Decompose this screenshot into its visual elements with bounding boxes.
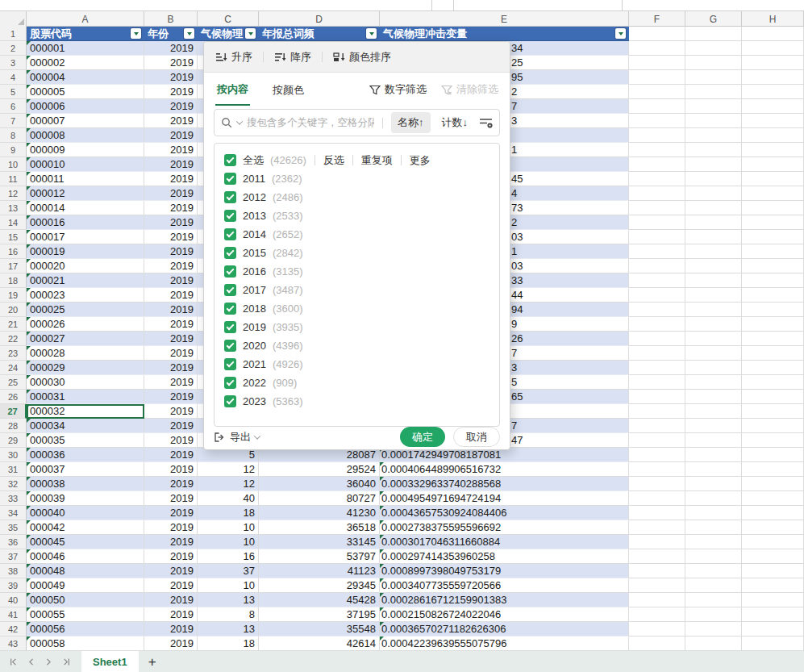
cell[interactable]: 000038 xyxy=(27,477,144,491)
cell[interactable]: 2019 xyxy=(144,259,198,273)
filter-dropdown-button-c[interactable] xyxy=(245,28,256,39)
row-header-21[interactable]: 21 xyxy=(0,317,27,332)
column-header-b[interactable]: B xyxy=(144,11,198,27)
row-header-8[interactable]: 8 xyxy=(0,128,27,143)
cell[interactable] xyxy=(629,404,685,419)
cell[interactable] xyxy=(685,477,742,491)
sort-ascending-button[interactable]: 升序 xyxy=(215,50,252,65)
item-checkbox[interactable] xyxy=(224,303,236,315)
cell[interactable] xyxy=(629,128,685,143)
cell[interactable]: 2019 xyxy=(144,346,198,361)
item-checkbox[interactable] xyxy=(224,265,236,278)
filter-list-item[interactable]: 2012(2486) xyxy=(224,188,489,207)
cell[interactable] xyxy=(629,303,685,317)
cell[interactable]: 000016 xyxy=(27,215,144,230)
cell[interactable]: 41123 xyxy=(259,564,380,578)
cell[interactable] xyxy=(685,564,742,578)
cell[interactable]: 000049 xyxy=(27,578,144,593)
item-checkbox[interactable] xyxy=(224,340,236,352)
cell[interactable]: 000042 xyxy=(27,520,144,535)
cell[interactable]: 000021 xyxy=(27,273,144,288)
cell[interactable]: 0.0003017046311660884 xyxy=(380,535,629,549)
sort-by-color-button[interactable]: 颜色排序 xyxy=(333,50,391,65)
row-header-5[interactable]: 5 xyxy=(0,85,27,99)
cell[interactable] xyxy=(685,390,742,404)
header-cell-e[interactable]: 气候物理冲击变量 xyxy=(380,27,629,41)
cell[interactable]: 0.000297414353960258 xyxy=(380,549,629,564)
cell[interactable] xyxy=(685,56,742,70)
cell[interactable]: 2019 xyxy=(144,622,198,637)
cell[interactable]: 000031 xyxy=(27,390,144,404)
row-header-10[interactable]: 10 xyxy=(0,157,27,172)
row-header-35[interactable]: 35 xyxy=(0,520,27,535)
cell[interactable] xyxy=(742,346,804,361)
cell[interactable] xyxy=(685,172,742,186)
cell[interactable] xyxy=(742,549,804,564)
cell[interactable] xyxy=(742,41,804,56)
cell[interactable]: 2019 xyxy=(144,128,198,143)
cell[interactable] xyxy=(742,27,804,41)
cell[interactable] xyxy=(685,375,742,390)
row-header-12[interactable]: 12 xyxy=(0,186,27,201)
row-header-22[interactable]: 22 xyxy=(0,332,27,346)
cell[interactable]: 000020 xyxy=(27,259,144,273)
cell[interactable]: 53797 xyxy=(259,549,380,564)
cell[interactable]: 000006 xyxy=(27,99,144,114)
cell[interactable] xyxy=(629,578,685,593)
cell[interactable]: 0.0002150826724022046 xyxy=(380,607,629,622)
cell[interactable] xyxy=(685,448,742,462)
filter-dropdown-button-a[interactable] xyxy=(131,28,141,39)
cell[interactable]: 35548 xyxy=(259,622,380,637)
cell[interactable] xyxy=(685,361,742,375)
cell[interactable] xyxy=(742,607,804,622)
cell[interactable] xyxy=(742,70,804,85)
item-checkbox[interactable] xyxy=(224,358,236,370)
add-sheet-button[interactable]: + xyxy=(148,655,156,669)
cell[interactable]: 0.00043657530924084406 xyxy=(380,506,629,520)
cell[interactable] xyxy=(629,201,685,215)
cell[interactable]: 000032 xyxy=(27,404,144,419)
filter-list-item[interactable]: 2023(5363) xyxy=(224,392,489,411)
sort-by-count-button[interactable]: 计数↓ xyxy=(435,112,475,133)
cell[interactable] xyxy=(742,433,804,448)
clear-filter-button[interactable]: 清除筛选 xyxy=(441,82,498,97)
cell[interactable] xyxy=(629,520,685,535)
cell[interactable] xyxy=(685,27,742,41)
cell[interactable] xyxy=(742,201,804,215)
row-header-26[interactable]: 26 xyxy=(0,390,27,404)
header-cell-d[interactable]: 年报总词频 xyxy=(259,27,380,41)
cell[interactable] xyxy=(629,477,685,491)
cell[interactable] xyxy=(629,535,685,549)
cell[interactable] xyxy=(742,520,804,535)
cell[interactable] xyxy=(629,637,685,651)
first-sheet-icon[interactable] xyxy=(8,657,19,667)
cell[interactable] xyxy=(629,622,685,637)
cell[interactable] xyxy=(685,433,742,448)
row-header-4[interactable]: 4 xyxy=(0,70,27,85)
cell[interactable]: 2019 xyxy=(144,637,198,651)
ok-button[interactable]: 确定 xyxy=(400,427,445,447)
row-header-16[interactable]: 16 xyxy=(0,244,27,259)
cell[interactable]: 2019 xyxy=(144,593,198,607)
cell[interactable]: 13 xyxy=(198,622,259,637)
invert-selection-link[interactable]: 反选 xyxy=(323,153,344,168)
row-header-18[interactable]: 18 xyxy=(0,273,27,288)
row-header-14[interactable]: 14 xyxy=(0,215,27,230)
cell[interactable] xyxy=(629,549,685,564)
cell[interactable]: 000026 xyxy=(27,317,144,332)
cell[interactable]: 000025 xyxy=(27,303,144,317)
cell[interactable]: 10 xyxy=(198,520,259,535)
list-options-icon[interactable] xyxy=(479,117,493,128)
select-all-corner[interactable] xyxy=(0,11,27,27)
select-all-checkbox[interactable] xyxy=(224,154,236,166)
cell[interactable]: 2019 xyxy=(144,564,198,578)
tab-by-content[interactable]: 按内容 xyxy=(215,73,250,106)
cell[interactable]: 2019 xyxy=(144,288,198,303)
cell[interactable]: 36040 xyxy=(259,477,380,491)
cell[interactable] xyxy=(629,317,685,332)
row-header-23[interactable]: 23 xyxy=(0,346,27,361)
prev-sheet-icon[interactable] xyxy=(26,657,36,667)
cell[interactable]: 2019 xyxy=(144,433,198,448)
header-cell-b[interactable]: 年份 xyxy=(144,27,198,41)
cell[interactable] xyxy=(629,433,685,448)
